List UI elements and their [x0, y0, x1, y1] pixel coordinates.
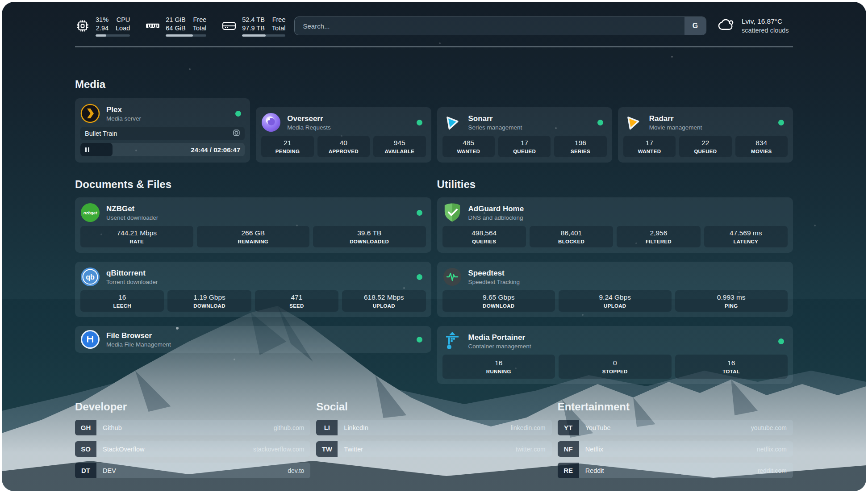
plex-playback-progress: 24:44 / 02:06:47: [80, 143, 245, 156]
bookmark-abbr: SO: [75, 441, 96, 457]
service-subtitle: DNS and adblocking: [468, 214, 788, 222]
stat-value: 0: [559, 358, 671, 368]
bookmark-url: youtube.com: [751, 424, 787, 431]
stat-block: 17 QUEUED: [498, 136, 551, 157]
bookmark-url: stackoverflow.com: [253, 446, 304, 453]
bookmark-abbr: RE: [558, 463, 579, 478]
stat-value: 744.21 Mbps: [81, 228, 192, 238]
cpu-load-value: 2.94: [96, 24, 108, 33]
session-lens-icon: [233, 129, 240, 138]
section-title-documents: Documents & Files: [75, 178, 431, 191]
stat-label: LATENCY: [705, 238, 787, 245]
adguard-card[interactable]: AdGuard Home DNS and adblocking 498,564 …: [437, 197, 793, 253]
top-bar: 31% 2.94 CPU Load: [75, 13, 793, 38]
service-subtitle: Torrent downloader: [106, 278, 410, 286]
weather-widget: Lviv, 16.87°C scattered clouds: [717, 17, 793, 35]
radarr-card[interactable]: Radarr Movie management 17 WANTED 22 QUE…: [618, 107, 793, 163]
bookmark-url: twitter.com: [516, 446, 546, 453]
service-title: Speedtest: [468, 268, 788, 278]
stat-label: PENDING: [262, 148, 313, 155]
speedtest-card[interactable]: Speedtest Speedtest Tracking 9.65 Gbps D…: [437, 262, 793, 317]
bookmark-name: Github: [103, 424, 269, 431]
stat-label: SEED: [256, 302, 338, 309]
disk-total-value: 97.9 TB: [242, 24, 265, 33]
bookmark-name: YouTube: [585, 424, 747, 431]
memory-widget: 21 GiB 64 GiB Free Total: [145, 16, 206, 37]
stat-label: UPLOAD: [559, 302, 671, 309]
stat-label: STOPPED: [559, 368, 671, 375]
stat-value: 834: [736, 138, 787, 148]
cpu-icon: [75, 19, 90, 33]
status-dot: [778, 120, 784, 125]
portainer-card[interactable]: Media Portainer Container management 16 …: [437, 326, 793, 384]
search-input[interactable]: [295, 17, 684, 35]
stat-value: 618.52 Mbps: [343, 292, 425, 302]
weather-condition: scattered clouds: [742, 26, 789, 35]
bookmark-abbr: NF: [558, 441, 579, 457]
bookmark-abbr: TW: [316, 441, 338, 457]
bookmark-github[interactable]: GH Github github.com: [75, 420, 310, 435]
weather-location-temp: Lviv, 16.87°C: [742, 17, 789, 26]
bookmark-abbr: LI: [316, 420, 338, 435]
header-divider: [75, 46, 793, 47]
search-bar: G: [294, 17, 706, 35]
bookmark-url: linkedin.com: [511, 424, 546, 431]
bookmark-netflix[interactable]: NF Netflix netflix.com: [558, 441, 793, 457]
stat-value: 0.993 ms: [676, 292, 787, 302]
stat-block: 618.52 Mbps UPLOAD: [342, 290, 426, 312]
service-subtitle: Media server: [106, 115, 229, 123]
qbittorrent-card[interactable]: qb qBittorrent Torrent downloader 16 LEE…: [75, 262, 431, 317]
status-dot: [417, 337, 422, 343]
service-title: NZBGet: [106, 204, 410, 214]
media-cards-row: Plex Media server Bullet Train: [75, 98, 793, 163]
bookmark-group-developer: Developer GH Github github.com SO StackO…: [75, 400, 310, 484]
memory-free-label: Free: [193, 16, 206, 24]
nzbget-card[interactable]: nzbget NZBGet Usenet downloader 744.21 M…: [75, 197, 431, 253]
bookmark-name: LinkedIn: [344, 424, 506, 431]
bookmark-name: Twitter: [344, 446, 511, 453]
bookmark-name: DEV: [103, 467, 283, 474]
dashboard-window: 31% 2.94 CPU Load: [0, 0, 868, 493]
section-title-social: Social: [316, 400, 551, 414]
bookmark-url: netflix.com: [757, 446, 787, 453]
stat-label: APPROVED: [318, 148, 369, 155]
stat-value: 485: [443, 138, 494, 148]
stat-value: 86,401: [530, 228, 612, 238]
service-title: File Browser: [106, 330, 410, 341]
stat-label: BLOCKED: [530, 238, 612, 245]
stat-block: 266 GB REMAINING: [197, 226, 310, 247]
bookmark-dev[interactable]: DT DEV dev.to: [75, 463, 310, 478]
service-title: Radarr: [649, 113, 772, 124]
stat-block: 1.19 Gbps DOWNLOAD: [167, 290, 251, 312]
plex-card[interactable]: Plex Media server Bullet Train: [75, 98, 250, 163]
memory-total-value: 64 GiB: [166, 24, 185, 33]
search-provider-button[interactable]: G: [684, 17, 706, 35]
stat-value: 16: [81, 292, 163, 302]
status-dot: [235, 111, 241, 117]
overseerr-card[interactable]: Overseerr Media Requests 21 PENDING 40 A…: [256, 107, 431, 163]
stat-block: 945 AVAILABLE: [373, 136, 426, 157]
stat-value: 17: [624, 138, 675, 148]
stat-block: 22 QUEUED: [679, 136, 731, 157]
stat-block: 40 APPROVED: [317, 136, 370, 157]
bookmark-stackoverflow[interactable]: SO StackOverflow stackoverflow.com: [75, 441, 310, 457]
section-title-entertainment: Entertainment: [558, 400, 793, 414]
stat-block: 16 TOTAL: [675, 355, 788, 379]
adguard-shield-icon: [442, 203, 462, 222]
bookmark-reddit[interactable]: RE Reddit reddit.com: [558, 463, 793, 478]
sonarr-card[interactable]: Sonarr Series management 485 WANTED 17 Q…: [437, 107, 612, 163]
stat-block: 0 STOPPED: [559, 355, 672, 379]
overseerr-icon: [261, 113, 281, 132]
filebrowser-card[interactable]: File Browser Media File Management: [75, 326, 431, 353]
bookmark-youtube[interactable]: YT YouTube youtube.com: [558, 420, 793, 435]
disk-widget: 52.4 TB 97.9 TB Free Total: [221, 16, 285, 37]
qbittorrent-icon: qb: [80, 267, 100, 287]
stat-label: DOWNLOAD: [443, 302, 555, 309]
bookmark-twitter[interactable]: TW Twitter twitter.com: [316, 441, 551, 457]
svg-text:qb: qb: [86, 273, 95, 281]
stat-label: DOWNLOAD: [168, 302, 250, 309]
service-subtitle: Media Requests: [287, 124, 410, 132]
bookmark-linkedin[interactable]: LI LinkedIn linkedin.com: [316, 420, 551, 435]
stat-label: AVAILABLE: [374, 148, 425, 155]
service-subtitle: Movie management: [649, 124, 772, 132]
